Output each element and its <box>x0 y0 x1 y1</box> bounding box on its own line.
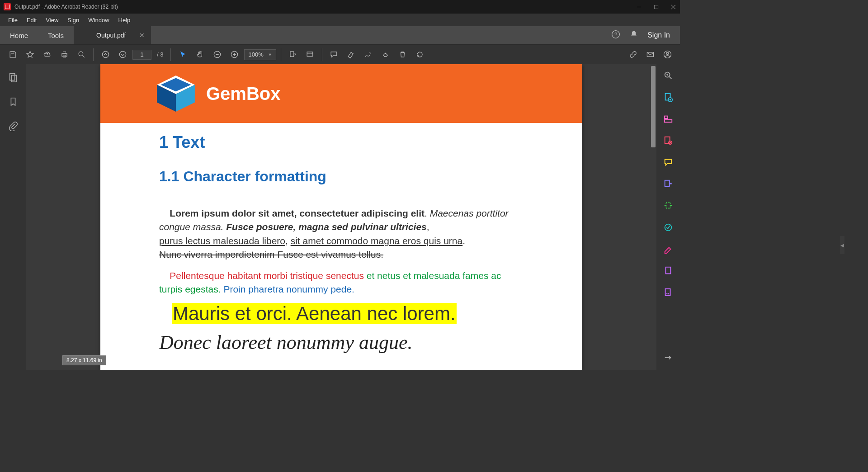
page-header: GemBox <box>100 64 582 123</box>
menu-view[interactable]: View <box>41 15 63 25</box>
svg-rect-7 <box>61 53 66 56</box>
svg-rect-40 <box>665 120 672 123</box>
erase-icon[interactable] <box>378 47 393 62</box>
combine-files-icon[interactable] <box>663 114 673 126</box>
fit-width-icon[interactable] <box>286 47 300 62</box>
zoom-dropdown[interactable]: 100% ▼ <box>244 49 276 60</box>
left-nav-rail <box>0 64 26 370</box>
highlight-icon[interactable] <box>344 47 359 62</box>
export-pdf-icon[interactable] <box>663 179 673 191</box>
expand-panel-icon[interactable] <box>663 353 673 364</box>
tab-home[interactable]: Home <box>0 26 38 44</box>
zoom-in-icon[interactable] <box>227 47 241 62</box>
read-mode-icon[interactable] <box>303 47 317 62</box>
draw-icon[interactable] <box>361 47 376 62</box>
window-maximize-button[interactable] <box>653 4 659 10</box>
svg-line-11 <box>82 56 84 57</box>
paragraph-colors: Pellentesque habitant morbi tristique se… <box>159 269 524 297</box>
star-icon[interactable] <box>23 47 37 62</box>
window-title: Output.pdf - Adobe Acrobat Reader (32-bi… <box>14 4 118 10</box>
menu-help[interactable]: Help <box>114 15 135 25</box>
sign-in-button[interactable]: Sign In <box>647 31 670 39</box>
window-close-button[interactable] <box>670 4 676 10</box>
zoom-value: 100% <box>248 51 263 58</box>
app-icon <box>4 3 11 10</box>
selection-tool-icon[interactable] <box>175 47 190 62</box>
text-blue: Proin pharetra nonummy pede. <box>223 284 354 294</box>
more-tools-icon[interactable] <box>663 288 673 299</box>
svg-rect-25 <box>10 74 15 80</box>
svg-rect-48 <box>666 267 671 274</box>
page-number-input[interactable] <box>132 50 151 60</box>
toolbar: / 3 100% ▼ <box>0 44 680 64</box>
thumbnails-icon[interactable] <box>8 72 18 84</box>
svg-rect-19 <box>290 52 294 57</box>
tab-tools[interactable]: Tools <box>38 26 74 44</box>
create-pdf-icon[interactable] <box>663 92 673 104</box>
title-bar: Output.pdf - Adobe Acrobat Reader (32-bi… <box>0 0 680 14</box>
edit-pdf-icon[interactable] <box>663 136 673 147</box>
pdf-page: GemBox 1 Text 1.1 Character formatting L… <box>100 64 582 370</box>
window-minimize-button[interactable] <box>636 4 642 10</box>
rotate-icon[interactable] <box>413 47 427 62</box>
svg-rect-46 <box>666 203 670 208</box>
bookmarks-icon[interactable] <box>8 97 18 109</box>
comment-icon[interactable] <box>327 47 341 62</box>
svg-rect-26 <box>11 75 16 82</box>
document-viewport[interactable]: GemBox 1 Text 1.1 Character formatting L… <box>26 64 656 370</box>
notifications-icon[interactable] <box>629 30 638 41</box>
cloud-upload-icon[interactable] <box>40 47 54 62</box>
email-icon[interactable] <box>643 47 657 62</box>
page-dimensions-tooltip: 8.27 x 11.69 in <box>62 355 106 365</box>
heading-1: 1 Text <box>159 133 524 152</box>
menu-file[interactable]: File <box>4 15 22 25</box>
compress-pdf-icon[interactable] <box>663 222 673 234</box>
search-tool-icon[interactable] <box>663 71 673 82</box>
protect-pdf-icon[interactable] <box>663 266 673 278</box>
svg-rect-49 <box>665 289 670 296</box>
heading-2: 1.1 Character formatting <box>159 168 524 185</box>
svg-point-51 <box>668 293 670 294</box>
menu-bar: File Edit View Sign Window Help <box>0 14 680 26</box>
help-icon[interactable]: ? <box>611 30 620 41</box>
tab-close-button[interactable]: ✕ <box>139 32 145 39</box>
text-underline-2: sit amet commodo magna eros quis urna <box>291 236 463 246</box>
comment-tool-icon[interactable] <box>663 157 673 169</box>
svg-rect-45 <box>665 180 670 187</box>
delete-icon[interactable] <box>396 47 410 62</box>
hand-tool-icon[interactable] <box>193 47 207 62</box>
print-icon[interactable] <box>57 47 71 62</box>
tab-document-label: Output.pdf <box>96 32 126 39</box>
share-link-icon[interactable] <box>626 47 640 62</box>
page-down-icon[interactable] <box>115 47 130 62</box>
menu-edit[interactable]: Edit <box>22 15 41 25</box>
svg-rect-39 <box>665 116 668 119</box>
text-script: Donec laoreet nonummy augue. <box>159 331 524 354</box>
svg-rect-41 <box>665 137 670 144</box>
text-bold-italic: Fusce posuere, magna sed pulvinar ultric… <box>226 222 426 232</box>
organize-pages-icon[interactable] <box>663 201 673 212</box>
account-icon[interactable] <box>660 47 675 62</box>
attachments-icon[interactable] <box>8 121 18 133</box>
svg-rect-20 <box>307 52 313 57</box>
page-content: 1 Text 1.1 Character formatting Lorem ip… <box>100 123 582 354</box>
text-underline: purus lectus malesuada libero <box>159 236 285 246</box>
menu-sign[interactable]: Sign <box>63 15 84 25</box>
text-highlighted: Mauris et orci. Aenean nec lorem. <box>172 303 457 324</box>
svg-point-13 <box>119 51 126 57</box>
main-area: ◀ GemBox 1 Text 1.1 Character formatting <box>0 64 680 370</box>
vertical-scrollbar[interactable] <box>651 66 656 147</box>
brand-name: GemBox <box>206 84 281 104</box>
text-red: Pellentesque habitant morbi tristique se… <box>170 270 366 281</box>
tab-bar: Home Tools Output.pdf ✕ ? Sign In <box>0 26 680 44</box>
right-tools-rail <box>656 64 680 370</box>
svg-point-12 <box>102 51 108 57</box>
svg-line-32 <box>670 77 672 79</box>
find-icon[interactable] <box>74 47 89 62</box>
page-up-icon[interactable] <box>98 47 113 62</box>
fill-sign-icon[interactable] <box>663 244 673 256</box>
tab-document[interactable]: Output.pdf ✕ <box>74 26 151 44</box>
zoom-out-icon[interactable] <box>210 47 224 62</box>
menu-window[interactable]: Window <box>84 15 113 25</box>
save-icon[interactable] <box>5 47 20 62</box>
